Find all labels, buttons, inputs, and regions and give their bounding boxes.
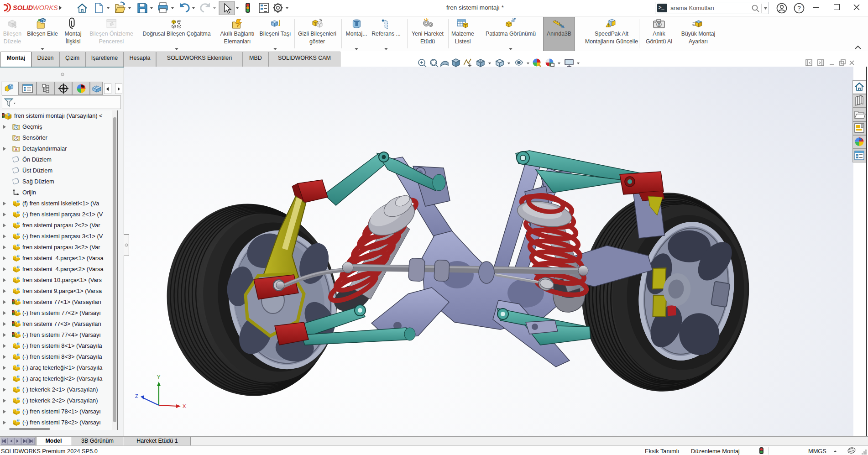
svg-text:X: X: [183, 403, 186, 409]
svg-text:?: ?: [797, 5, 801, 12]
svg-text:Z: Z: [135, 393, 138, 399]
svg-text:SOLID: SOLID: [13, 4, 33, 11]
svg-text:Y: Y: [157, 374, 161, 380]
svg-text:WORKS: WORKS: [33, 4, 58, 11]
svg-text:A: A: [15, 147, 17, 152]
svg-text:!: !: [607, 23, 609, 27]
